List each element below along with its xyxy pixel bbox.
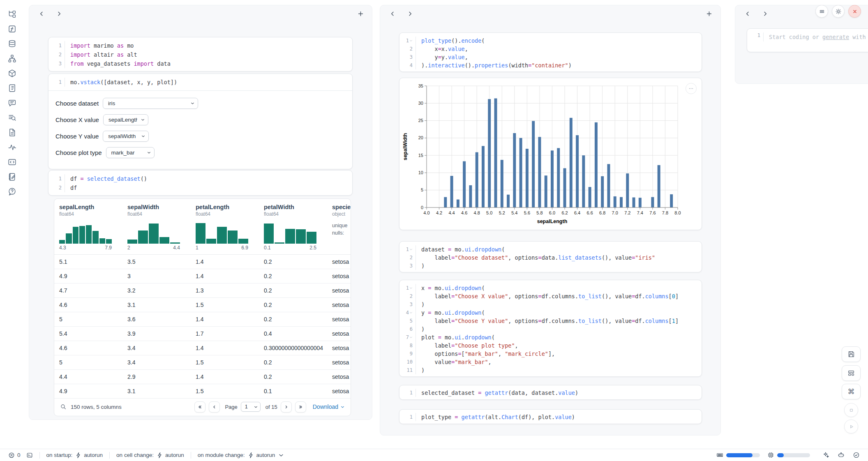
column-type: float64 [59, 211, 122, 217]
document-icon[interactable] [5, 125, 19, 140]
settings-button[interactable] [832, 5, 845, 18]
line-number: 1 [399, 284, 416, 292]
code-line: selected_dataset = getattr(data, dataset… [416, 389, 578, 397]
shutdown-button[interactable] [848, 5, 861, 18]
choose-plot-type-select[interactable]: mark_bar [106, 147, 155, 158]
cell-empty[interactable]: 1 Start coding or generate with AI [747, 28, 868, 52]
cell-plot[interactable]: 1plot_type().encode(2 x=x.value,3 y=y.va… [399, 32, 702, 72]
ai-sparkles-button[interactable] [822, 452, 829, 459]
table-cell: 4.7 [54, 287, 122, 294]
code-editor[interactable]: 1dataset = mo.ui.dropdown(2 label="Choos… [399, 242, 702, 272]
line-number: 4 [399, 309, 416, 317]
on-cell-change-config[interactable]: on cell change: autorun [116, 452, 184, 459]
cell-xy-dropdowns[interactable]: 1x = mo.ui.dropdown(2 label="Choose X va… [399, 280, 702, 377]
stop-button[interactable] [844, 403, 858, 417]
assistant-button[interactable] [838, 452, 845, 459]
on-startup-config[interactable]: on startup: autorun [46, 452, 103, 459]
command-palette-button[interactable]: ⌘ [842, 384, 861, 399]
terminal-button[interactable] [26, 452, 33, 459]
table-cell: 3.5 [122, 258, 191, 265]
table-cell: 3.1 [122, 388, 191, 394]
table-row: 4.63.41.40.30000000000000004setosa [54, 341, 351, 355]
svg-text:7.4: 7.4 [637, 210, 643, 215]
column-forward-button[interactable] [759, 8, 771, 19]
add-cell-button[interactable] [355, 8, 366, 19]
help-icon[interactable] [5, 184, 19, 199]
column-forward-button[interactable] [53, 8, 65, 19]
code-line: y = mo.ui.dropdown( [416, 309, 485, 317]
function-icon[interactable] [5, 21, 19, 36]
generate-link[interactable]: generate [822, 34, 849, 40]
search-icon[interactable] [60, 403, 67, 410]
column-back-button[interactable] [36, 8, 47, 19]
dependency-graph-icon[interactable] [5, 51, 19, 66]
download-button[interactable]: Download [313, 403, 345, 410]
choose-x-value-select[interactable]: sepalLength [103, 114, 148, 125]
svg-text:5: 5 [421, 187, 423, 192]
code-editor[interactable]: 1import marimo as mo2import altair as al… [48, 37, 352, 71]
svg-text:15: 15 [418, 153, 423, 158]
code-editor[interactable]: 1x = mo.ui.dropdown(2 label="Choose X va… [399, 280, 702, 377]
save-button[interactable] [842, 346, 861, 362]
svg-text:5.0: 5.0 [486, 210, 492, 215]
run-button[interactable] [844, 420, 858, 433]
line-number: 7 [399, 333, 416, 341]
editor-placeholder[interactable]: Start coding or generate with AI [764, 32, 868, 41]
cell-plot-type[interactable]: 1plot_type = getattr(alt.Chart(df), plot… [399, 409, 702, 424]
chat-icon[interactable] [5, 95, 19, 110]
cell-selected-dataset[interactable]: 1selected_dataset = getattr(data, datase… [399, 385, 702, 400]
menu-button[interactable] [815, 5, 828, 18]
column-back-button[interactable] [387, 8, 398, 19]
layout-button[interactable] [842, 365, 861, 381]
database-icon[interactable] [5, 36, 19, 51]
file-tree-icon[interactable] [5, 7, 19, 21]
column-header[interactable]: sepalWidthfloat6424.4 [122, 204, 191, 254]
script-icon[interactable] [5, 81, 19, 95]
column-header[interactable]: petalLengthfloat6416.9 [191, 204, 259, 254]
left-column-nav [29, 5, 372, 22]
tracing-icon[interactable] [5, 140, 19, 154]
svg-text:4.4: 4.4 [448, 210, 455, 215]
last-page-button[interactable] [295, 401, 306, 413]
column-header[interactable]: petalWidthfloat640.12.5 [259, 204, 327, 254]
svg-text:7.2: 7.2 [624, 210, 630, 215]
connection-status-button[interactable] [853, 452, 860, 459]
error-indicator[interactable]: 0 [8, 452, 21, 459]
package-icon[interactable] [5, 66, 19, 81]
logs-icon[interactable] [5, 110, 19, 125]
code-editor[interactable]: 1plot_type().encode(2 x=x.value,3 y=y.va… [399, 33, 702, 72]
table-cell: 0.2 [259, 373, 327, 380]
choose-dataset-select[interactable]: iris [103, 98, 198, 109]
table-cell: 0.4 [259, 330, 327, 337]
column-forward-button[interactable] [404, 8, 416, 19]
cell-dataset-dropdown[interactable]: 1dataset = mo.ui.dropdown(2 label="Choos… [399, 241, 702, 272]
table-cell: 4.4 [54, 373, 122, 380]
svg-text:35: 35 [418, 83, 423, 88]
choose-y-value-select[interactable]: sepalWidth [103, 131, 149, 142]
on-module-change-config[interactable]: on module change: autorun [198, 452, 285, 459]
cell-vstack[interactable]: 1mo.vstack([dataset, x, y, plot]) Choose… [48, 74, 353, 169]
prev-page-button[interactable] [209, 401, 220, 413]
column-back-button[interactable] [742, 8, 753, 19]
next-page-button[interactable] [281, 401, 292, 413]
code-editor[interactable]: 1mo.vstack([dataset, x, y, plot]) [48, 74, 352, 91]
code-editor[interactable]: 1selected_dataset = getattr(data, datase… [399, 385, 702, 400]
snippets-icon[interactable] [5, 154, 19, 169]
code-editor[interactable]: 1plot_type = getattr(alt.Chart(df), plot… [399, 410, 702, 424]
column-header[interactable]: sepalLengthfloat644.37.9 [54, 204, 122, 254]
line-number: 4 [399, 61, 416, 69]
page-select[interactable]: 1 [241, 402, 261, 412]
bar-chart[interactable]: 4.04.24.44.64.85.05.25.45.65.86.06.26.46… [400, 79, 702, 228]
cell-imports[interactable]: 1import marimo as mo2import altair as al… [48, 37, 353, 71]
chart-actions-button[interactable] [686, 83, 697, 94]
table-cell: 1.7 [191, 330, 259, 337]
line-number: 10 [399, 358, 416, 366]
first-page-button[interactable] [194, 401, 205, 413]
code-editor[interactable]: 1df = selected_dataset()2df [48, 171, 352, 196]
scratchpad-icon[interactable] [5, 169, 19, 184]
column-header[interactable]: speciesobjectuniquenulls: [327, 204, 351, 254]
column-name: petalWidth [264, 204, 327, 210]
code-line: y=y.value, [416, 53, 468, 61]
add-cell-button[interactable] [703, 8, 715, 19]
cell-df[interactable]: 1df = selected_dataset()2df [48, 170, 353, 196]
